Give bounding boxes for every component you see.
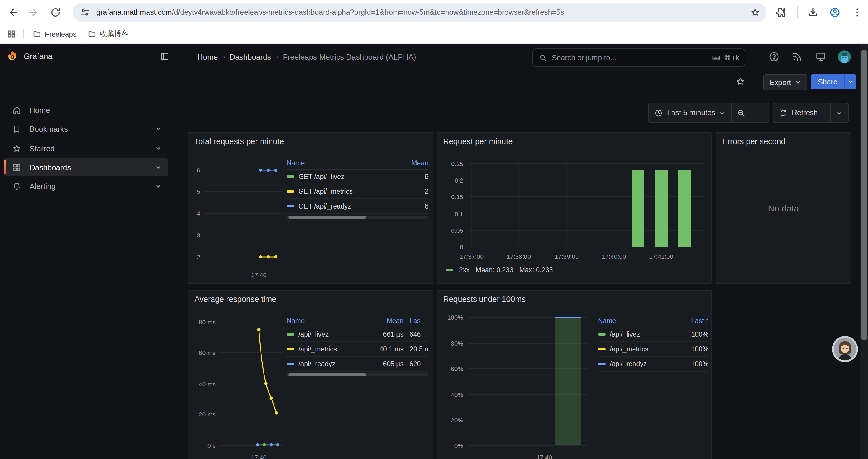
series-swatch-green	[286, 333, 294, 335]
browser-toolbar: grafana.mathmast.com/d/deytv4rwavabkb/fr…	[0, 0, 868, 25]
request-per-minute-chart: 0.25 0.2 0.15 0.1 0.05 0 17:37:00 17:38:…	[437, 133, 711, 283]
folder-icon	[32, 30, 41, 38]
sidebar-nav: Home Bookmarks Starred Dashboards Alerti…	[0, 70, 177, 459]
downloads-icon[interactable]	[807, 6, 819, 18]
sidebar-item-starred[interactable]: Starred	[4, 139, 168, 157]
svg-text:80 ms: 80 ms	[199, 319, 216, 326]
bookmark-star-icon[interactable]	[750, 7, 761, 18]
legend-mean: Mean: 0.233	[476, 266, 514, 273]
profile-icon[interactable]	[829, 6, 841, 18]
legend-table: Name Mean Las /api/_livez 661 µs 646 /ap…	[286, 314, 428, 376]
legend-row[interactable]: GET /api/_readyz 6	[286, 199, 428, 214]
legend-header-name[interactable]: Name	[598, 317, 679, 324]
share-menu-button[interactable]	[845, 74, 857, 89]
page-scrollbar[interactable]	[860, 44, 868, 459]
legend-header: Name Last *	[598, 314, 709, 327]
favorite-star-icon[interactable]	[735, 76, 746, 87]
svg-text:6: 6	[197, 167, 200, 174]
legend-row[interactable]: /api/_metrics 100%	[598, 342, 709, 357]
legend-row[interactable]: GET /api/_metrics 2	[286, 184, 428, 199]
refresh-button[interactable]: Refresh	[773, 103, 830, 122]
site-settings-icon[interactable]	[80, 7, 90, 18]
news-rss-icon[interactable]	[791, 51, 803, 63]
sidebar-item-bookmarks[interactable]: Bookmarks	[4, 120, 168, 138]
time-range-picker[interactable]: Last 5 minutes	[649, 103, 731, 122]
sidebar-item-label: Dashboards	[30, 163, 71, 172]
panel-total-requests[interactable]: Total requests per minute 6 5 4 3 2 17:4…	[188, 132, 433, 284]
chevron-down-icon[interactable]	[155, 125, 162, 132]
sidebar-item-dashboards[interactable]: Dashboards	[4, 158, 168, 176]
chevron-down-icon[interactable]	[155, 145, 162, 152]
legend-header-mean[interactable]: Mean	[369, 317, 404, 324]
browser-menu-icon[interactable]	[851, 6, 863, 18]
sidebar-item-alerting[interactable]: Alerting	[4, 177, 168, 195]
bookmark-folder-blogs[interactable]: 收藏博客	[88, 28, 128, 40]
legend-row[interactable]: /api/_metrics 40.1 ms 20.5 m	[286, 342, 428, 357]
bell-icon	[12, 181, 22, 191]
sidebar-item-home[interactable]: Home	[4, 101, 168, 119]
legend-row[interactable]: /api/_livez 100%	[598, 327, 709, 342]
zoom-out-button[interactable]	[732, 103, 751, 122]
monitor-icon[interactable]	[815, 51, 827, 63]
reload-icon[interactable]	[50, 6, 61, 18]
chevron-down-icon[interactable]	[155, 183, 162, 190]
breadcrumb-home[interactable]: Home	[197, 52, 218, 61]
extensions-icon[interactable]	[775, 6, 787, 18]
share-button[interactable]: Share	[811, 74, 845, 89]
url-text[interactable]: grafana.mathmast.com/d/deytv4rwavabkb/fr…	[96, 8, 564, 17]
legend-series-label: 2xx	[459, 266, 470, 273]
floating-assistant-avatar[interactable]	[832, 336, 858, 362]
toolbar-divider	[797, 5, 798, 19]
svg-text:5: 5	[197, 188, 200, 195]
legend-header-mean[interactable]: Mean	[399, 159, 428, 166]
bookmark-folder-freeleaps[interactable]: Freeleaps	[32, 28, 76, 40]
svg-text:0.2: 0.2	[455, 177, 463, 184]
search-shortcut: ⌘+k	[711, 53, 739, 62]
panel-average-response-time[interactable]: Average response time 80 ms 60 ms 40 ms …	[188, 290, 433, 459]
series-swatch-green	[286, 175, 294, 178]
legend-header-name[interactable]: Name	[286, 317, 369, 324]
panel-requests-under-100ms[interactable]: Requests under 100ms 100% 80% 60% 40% 20…	[437, 290, 712, 459]
refresh-interval-button[interactable]	[831, 103, 848, 122]
svg-text:100%: 100%	[447, 314, 463, 321]
grafana-logo-icon[interactable]	[6, 50, 19, 63]
svg-text:0.15: 0.15	[451, 193, 463, 200]
legend-row[interactable]: /api/_livez 661 µs 646	[286, 327, 428, 342]
legend-row[interactable]: /api/_readyz 605 µs 620	[286, 357, 428, 371]
legend-header-last[interactable]: Last *	[679, 317, 709, 324]
legend-header-last[interactable]: Las	[409, 317, 428, 324]
back-icon[interactable]	[7, 6, 19, 18]
forward-icon[interactable]	[28, 6, 39, 18]
svg-text:17:40: 17:40	[251, 271, 267, 278]
legend-inline[interactable]: 2xx Mean: 0.233 Max: 0.233	[445, 266, 553, 273]
svg-text:2: 2	[197, 254, 200, 261]
svg-text:17:39:00: 17:39:00	[555, 253, 579, 260]
chevron-down-icon[interactable]	[155, 164, 162, 171]
series-swatch-yellow	[598, 348, 606, 350]
time-range-group: Last 5 minutes	[648, 103, 769, 123]
legend-scrollbar[interactable]	[286, 373, 428, 376]
page-scrollbar-thumb[interactable]	[861, 50, 867, 340]
legend-scrollbar-thumb[interactable]	[288, 216, 366, 219]
series-swatch-blue	[286, 205, 294, 207]
help-icon[interactable]	[768, 51, 780, 63]
apps-grid-icon[interactable]	[7, 30, 16, 38]
search-placeholder: Search or jump to...	[552, 54, 616, 62]
legend-row[interactable]: GET /api/_livez 6	[286, 169, 428, 184]
chevron-down-icon	[795, 79, 801, 86]
sidebar-toggle-icon[interactable]	[159, 52, 169, 61]
bookmark-label: Freeleaps	[45, 30, 76, 38]
legend-scrollbar[interactable]	[286, 216, 428, 219]
breadcrumb-dashboards[interactable]: Dashboards	[229, 52, 271, 61]
chevron-down-icon	[719, 109, 726, 116]
search-input[interactable]: Search or jump to... ⌘+k	[532, 48, 745, 67]
panel-errors-per-second[interactable]: Errors per second No data	[716, 132, 851, 284]
bookmarks-divider	[23, 29, 24, 39]
legend-row[interactable]: /api/_readyz 100%	[598, 357, 709, 371]
address-bar[interactable]: grafana.mathmast.com/d/deytv4rwavabkb/fr…	[73, 3, 766, 22]
user-avatar[interactable]	[838, 50, 851, 63]
legend-header-name[interactable]: Name	[286, 159, 399, 166]
legend-scrollbar-thumb[interactable]	[288, 373, 366, 376]
export-button[interactable]: Export	[764, 74, 807, 90]
panel-request-per-minute[interactable]: Request per minute 0.25 0.2 0.15 0.1 0.0…	[437, 132, 712, 284]
